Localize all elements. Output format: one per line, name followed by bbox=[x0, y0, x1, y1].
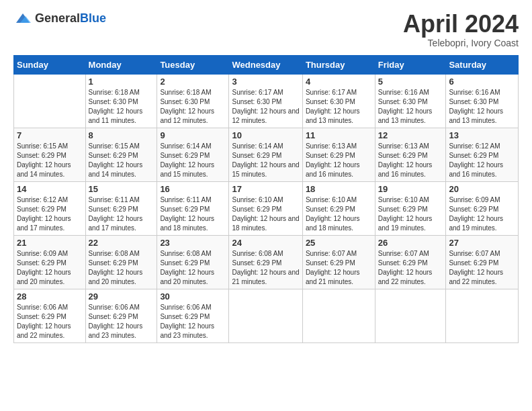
calendar-subtitle: Telebopri, Ivory Coast bbox=[403, 38, 519, 48]
day-number: 16 bbox=[160, 184, 226, 194]
sunset-text: Sunset: 6:29 PM bbox=[89, 259, 154, 268]
sunset-text: Sunset: 6:29 PM bbox=[232, 205, 299, 214]
day-info: Sunrise: 6:09 AMSunset: 6:29 PMDaylight:… bbox=[17, 249, 83, 287]
day-info: Sunrise: 6:17 AMSunset: 6:30 PMDaylight:… bbox=[306, 88, 372, 126]
daylight-text: Daylight: 12 hours and 13 minutes. bbox=[378, 107, 443, 126]
day-info: Sunrise: 6:06 AMSunset: 6:29 PMDaylight:… bbox=[17, 303, 83, 340]
header-day-sunday: Sunday bbox=[14, 55, 86, 74]
day-info: Sunrise: 6:15 AMSunset: 6:29 PMDaylight:… bbox=[17, 142, 83, 179]
daylight-text: Daylight: 12 hours and 17 minutes. bbox=[89, 214, 154, 233]
day-number: 11 bbox=[306, 130, 372, 140]
calendar-cell: 27Sunrise: 6:07 AMSunset: 6:29 PMDayligh… bbox=[446, 235, 519, 289]
calendar-cell: 14Sunrise: 6:12 AMSunset: 6:29 PMDayligh… bbox=[14, 181, 86, 235]
sunrise-text: Sunrise: 6:17 AM bbox=[306, 88, 372, 97]
day-info: Sunrise: 6:14 AMSunset: 6:29 PMDaylight:… bbox=[232, 142, 299, 179]
sunset-text: Sunset: 6:29 PM bbox=[160, 259, 226, 268]
sunset-text: Sunset: 6:29 PM bbox=[160, 205, 226, 214]
sunset-text: Sunset: 6:30 PM bbox=[306, 97, 372, 107]
header-day-thursday: Thursday bbox=[302, 55, 375, 74]
calendar-cell bbox=[229, 289, 302, 342]
daylight-text: Daylight: 12 hours and 14 minutes. bbox=[89, 161, 154, 179]
daylight-text: Daylight: 12 hours and 23 minutes. bbox=[160, 322, 226, 340]
daylight-text: Daylight: 12 hours and 16 minutes. bbox=[306, 161, 372, 179]
sunset-text: Sunset: 6:29 PM bbox=[378, 151, 443, 161]
title-area: April 2024 Telebopri, Ivory Coast bbox=[403, 11, 519, 48]
calendar-week-3: 14Sunrise: 6:12 AMSunset: 6:29 PMDayligh… bbox=[14, 181, 519, 235]
day-info: Sunrise: 6:07 AMSunset: 6:29 PMDaylight:… bbox=[306, 249, 372, 287]
calendar-cell: 6Sunrise: 6:16 AMSunset: 6:30 PMDaylight… bbox=[446, 74, 519, 128]
daylight-text: Daylight: 12 hours and 12 minutes. bbox=[160, 107, 226, 126]
sunrise-text: Sunrise: 6:14 AM bbox=[232, 142, 299, 151]
sunrise-text: Sunrise: 6:17 AM bbox=[232, 88, 299, 97]
calendar-header: SundayMondayTuesdayWednesdayThursdayFrid… bbox=[14, 55, 519, 74]
sunrise-text: Sunrise: 6:09 AM bbox=[17, 249, 83, 259]
day-info: Sunrise: 6:10 AMSunset: 6:29 PMDaylight:… bbox=[306, 195, 372, 233]
calendar-cell bbox=[446, 289, 519, 342]
sunrise-text: Sunrise: 6:10 AM bbox=[232, 195, 299, 205]
daylight-text: Daylight: 12 hours and 13 minutes. bbox=[449, 107, 515, 126]
page-header: GeneralBlue April 2024 Telebopri, Ivory … bbox=[13, 11, 519, 48]
sunrise-text: Sunrise: 6:12 AM bbox=[17, 195, 83, 205]
logo-general-text: General bbox=[35, 11, 80, 25]
header-day-wednesday: Wednesday bbox=[229, 55, 302, 74]
day-info: Sunrise: 6:07 AMSunset: 6:29 PMDaylight:… bbox=[378, 249, 443, 287]
sunrise-text: Sunrise: 6:13 AM bbox=[378, 142, 443, 151]
sunrise-text: Sunrise: 6:11 AM bbox=[160, 195, 226, 205]
daylight-text: Daylight: 12 hours and 21 minutes. bbox=[232, 268, 299, 287]
sunrise-text: Sunrise: 6:10 AM bbox=[306, 195, 372, 205]
logo: GeneralBlue bbox=[13, 11, 106, 26]
calendar-week-4: 21Sunrise: 6:09 AMSunset: 6:29 PMDayligh… bbox=[14, 235, 519, 289]
day-info: Sunrise: 6:07 AMSunset: 6:29 PMDaylight:… bbox=[449, 249, 515, 287]
day-number: 3 bbox=[232, 77, 299, 87]
day-number: 25 bbox=[306, 238, 372, 248]
day-info: Sunrise: 6:10 AMSunset: 6:29 PMDaylight:… bbox=[378, 195, 443, 233]
sunset-text: Sunset: 6:29 PM bbox=[17, 205, 83, 214]
daylight-text: Daylight: 12 hours and 15 minutes. bbox=[232, 161, 299, 179]
daylight-text: Daylight: 12 hours and 18 minutes. bbox=[160, 214, 226, 233]
day-info: Sunrise: 6:16 AMSunset: 6:30 PMDaylight:… bbox=[449, 88, 515, 126]
sunrise-text: Sunrise: 6:16 AM bbox=[378, 88, 443, 97]
header-row: SundayMondayTuesdayWednesdayThursdayFrid… bbox=[14, 55, 519, 74]
day-number: 23 bbox=[160, 238, 226, 248]
sunset-text: Sunset: 6:29 PM bbox=[17, 259, 83, 268]
daylight-text: Daylight: 12 hours and 19 minutes. bbox=[449, 214, 515, 233]
day-number: 7 bbox=[17, 130, 83, 140]
sunset-text: Sunset: 6:30 PM bbox=[160, 97, 226, 107]
calendar-cell: 9Sunrise: 6:14 AMSunset: 6:29 PMDaylight… bbox=[157, 128, 229, 181]
sunrise-text: Sunrise: 6:11 AM bbox=[89, 195, 154, 205]
day-info: Sunrise: 6:15 AMSunset: 6:29 PMDaylight:… bbox=[89, 142, 154, 179]
day-info: Sunrise: 6:09 AMSunset: 6:29 PMDaylight:… bbox=[449, 195, 515, 233]
day-number: 13 bbox=[449, 130, 515, 140]
day-number: 12 bbox=[378, 130, 443, 140]
calendar-cell: 5Sunrise: 6:16 AMSunset: 6:30 PMDaylight… bbox=[375, 74, 446, 128]
calendar-cell: 24Sunrise: 6:08 AMSunset: 6:29 PMDayligh… bbox=[229, 235, 302, 289]
sunrise-text: Sunrise: 6:18 AM bbox=[160, 88, 226, 97]
sunset-text: Sunset: 6:29 PM bbox=[306, 151, 372, 161]
sunset-text: Sunset: 6:29 PM bbox=[449, 151, 515, 161]
sunset-text: Sunset: 6:30 PM bbox=[378, 97, 443, 107]
sunrise-text: Sunrise: 6:07 AM bbox=[449, 249, 515, 259]
sunrise-text: Sunrise: 6:08 AM bbox=[160, 249, 226, 259]
daylight-text: Daylight: 12 hours and 22 minutes. bbox=[378, 268, 443, 287]
sunset-text: Sunset: 6:29 PM bbox=[449, 259, 515, 268]
day-info: Sunrise: 6:10 AMSunset: 6:29 PMDaylight:… bbox=[232, 195, 299, 233]
header-day-tuesday: Tuesday bbox=[157, 55, 229, 74]
daylight-text: Daylight: 12 hours and 20 minutes. bbox=[89, 268, 154, 287]
day-info: Sunrise: 6:16 AMSunset: 6:30 PMDaylight:… bbox=[378, 88, 443, 126]
day-number: 29 bbox=[89, 291, 154, 302]
sunset-text: Sunset: 6:29 PM bbox=[17, 312, 83, 322]
daylight-text: Daylight: 12 hours and 19 minutes. bbox=[378, 214, 443, 233]
sunset-text: Sunset: 6:29 PM bbox=[89, 151, 154, 161]
day-number: 8 bbox=[89, 130, 154, 140]
daylight-text: Daylight: 12 hours and 12 minutes. bbox=[232, 107, 299, 126]
sunrise-text: Sunrise: 6:12 AM bbox=[449, 142, 515, 151]
day-info: Sunrise: 6:17 AMSunset: 6:30 PMDaylight:… bbox=[232, 88, 299, 126]
calendar-cell bbox=[14, 74, 86, 128]
calendar-cell: 25Sunrise: 6:07 AMSunset: 6:29 PMDayligh… bbox=[302, 235, 375, 289]
day-info: Sunrise: 6:08 AMSunset: 6:29 PMDaylight:… bbox=[160, 249, 226, 287]
calendar-cell: 11Sunrise: 6:13 AMSunset: 6:29 PMDayligh… bbox=[302, 128, 375, 181]
sunrise-text: Sunrise: 6:16 AM bbox=[449, 88, 515, 97]
day-info: Sunrise: 6:06 AMSunset: 6:29 PMDaylight:… bbox=[89, 303, 154, 340]
day-info: Sunrise: 6:18 AMSunset: 6:30 PMDaylight:… bbox=[160, 88, 226, 126]
calendar-cell: 16Sunrise: 6:11 AMSunset: 6:29 PMDayligh… bbox=[157, 181, 229, 235]
